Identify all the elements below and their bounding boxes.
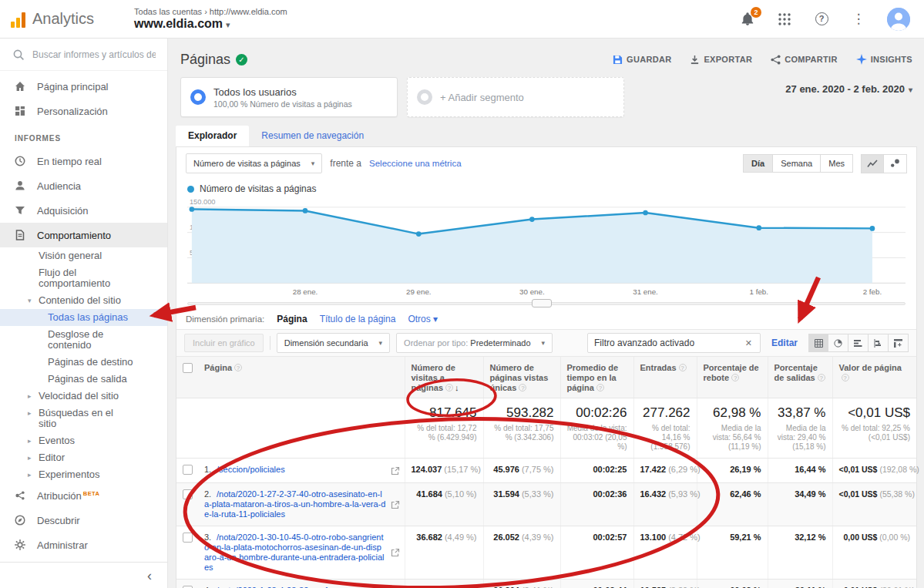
view-percentage-button[interactable] — [828, 334, 848, 352]
table-row: 2./nota/2020-1-27-2-37-40-otro-asesinato… — [176, 483, 916, 526]
sidebar-item-site-search[interactable]: ▸ Búsquedas en el sitio — [0, 405, 167, 432]
select-all-checkbox[interactable] — [183, 363, 193, 373]
help-icon[interactable]: ? — [813, 11, 830, 28]
col-header-page-value[interactable]: Valor de página? — [832, 357, 916, 398]
tab-navigation-summary[interactable]: Resumen de navegación — [249, 126, 376, 146]
external-link-icon[interactable] — [391, 500, 400, 509]
analytics-logo-icon[interactable] — [11, 11, 25, 28]
col-header-page[interactable]: Página? — [198, 357, 405, 398]
advanced-filter-chip[interactable]: Filtro avanzado activado ✕ — [587, 333, 761, 353]
granularity-month[interactable]: Mes — [821, 154, 853, 173]
share-icon — [771, 55, 781, 65]
tab-explorer[interactable]: Explorador — [176, 126, 249, 146]
sidebar-item-exit-pages[interactable]: Páginas de salida — [0, 371, 167, 388]
external-link-icon[interactable] — [391, 548, 400, 557]
view-comparison-button[interactable] — [869, 334, 889, 352]
table-header-row: Página? Número de visitas a páginas?↓ Nú… — [176, 357, 916, 398]
sidebar-item-publisher[interactable]: ▸ Editor — [0, 449, 167, 466]
col-header-avg-time[interactable]: Promedio de tiempo en la página? — [560, 357, 633, 398]
view-pivot-button[interactable] — [889, 334, 909, 352]
sidebar-item-discover[interactable]: Descubrir — [0, 508, 167, 533]
dimension-page-title[interactable]: Título de la página — [320, 314, 396, 324]
sidebar-item-all-pages[interactable]: Todas las páginas — [0, 309, 167, 326]
sidebar-item-behavior[interactable]: Comportamiento — [0, 223, 167, 247]
sidebar-item-customization[interactable]: Personalización — [0, 99, 167, 123]
sidebar-item-landing-pages[interactable]: Páginas de destino — [0, 354, 167, 371]
col-header-entrances[interactable]: Entradas? — [633, 357, 697, 398]
date-range-selector[interactable]: 27 ene. 2020 - 2 feb. 2020▾ — [785, 83, 912, 95]
sidebar-item-content-drilldown[interactable]: Desglose de contenido — [0, 326, 167, 354]
granularity-day[interactable]: Día — [743, 154, 773, 173]
more-options-icon[interactable]: ⋮ — [850, 11, 867, 28]
view-table-button[interactable] — [808, 334, 828, 352]
scrollbar-handle[interactable] — [532, 299, 552, 307]
line-chart-toggle[interactable] — [861, 154, 884, 173]
apps-grid-icon[interactable] — [776, 11, 793, 28]
select-metric-link[interactable]: Seleccione una métrica — [369, 159, 462, 168]
add-segment-button[interactable]: + Añadir segmento — [407, 77, 624, 117]
svg-text:29 ene.: 29 ene. — [406, 287, 432, 296]
row-checkbox[interactable] — [183, 533, 193, 543]
sidebar-item-events[interactable]: ▸ Eventos — [0, 432, 167, 449]
tree-collapsed-icon: ▸ — [28, 435, 37, 446]
insights-button[interactable]: INSIGHTS — [856, 54, 912, 65]
col-header-pageviews[interactable]: Número de visitas a páginas?↓ — [405, 357, 483, 398]
plot-rows-button[interactable]: Incluir en gráfico — [184, 334, 264, 352]
external-link-icon[interactable] — [391, 466, 400, 475]
search-input[interactable] — [32, 49, 156, 60]
help-icon: ? — [842, 374, 849, 381]
row-checkbox[interactable] — [183, 489, 193, 499]
close-icon[interactable]: ✕ — [744, 337, 754, 350]
sidebar-item-attribution[interactable]: AtribuciónBETA — [0, 483, 167, 508]
metric-selector-dropdown[interactable]: Número de visitas a páginas ▾ — [186, 153, 322, 173]
sidebar-item-home[interactable]: Página principal — [0, 74, 167, 99]
sidebar-item-admin[interactable]: Administrar — [0, 533, 167, 557]
dimension-page[interactable]: Página — [277, 314, 307, 324]
sidebar-collapse[interactable]: ‹ — [0, 562, 167, 588]
sidebar-item-experiments[interactable]: ▸ Experimentos — [0, 466, 167, 483]
sidebar-item-behavior-flow[interactable]: Flujo del comportamiento — [0, 264, 167, 292]
sidebar-item-site-speed[interactable]: ▸ Velocidad del sitio — [0, 388, 167, 405]
sidebar-item-site-content[interactable]: ▾ Contenido del sitio — [0, 292, 167, 309]
svg-text:28 ene.: 28 ene. — [293, 287, 318, 296]
page-title: Páginas — [180, 52, 230, 68]
edit-filter-link[interactable]: Editar — [771, 338, 798, 348]
pie-view-icon — [834, 339, 842, 348]
tree-collapsed-icon: ▸ — [28, 469, 37, 480]
row-checkbox[interactable] — [183, 465, 193, 475]
export-button[interactable]: EXPORTAR — [690, 55, 752, 65]
page-link[interactable]: /nota/2020-1-30-10-45-0-otro-robo-sangri… — [204, 533, 385, 572]
page-link[interactable]: /nota/2020-1-27-2-37-40-otro-asesinato-e… — [204, 489, 385, 519]
col-header-bounce[interactable]: Porcentaje de rebote? — [697, 357, 768, 398]
dimension-others[interactable]: Otros ▾ — [408, 314, 438, 324]
sort-type-dropdown[interactable]: Ordenar por tipo: Predeterminado ▾ — [396, 333, 553, 353]
svg-text:1 feb.: 1 feb. — [750, 287, 768, 296]
motion-chart-toggle[interactable] — [884, 154, 907, 173]
notifications-bell-icon[interactable]: 2 — [739, 11, 756, 28]
granularity-week[interactable]: Semana — [773, 154, 821, 173]
sidebar-item-realtime[interactable]: En tiempo real — [0, 149, 167, 173]
chevron-down-icon: ▾ — [226, 20, 230, 29]
share-button[interactable]: COMPARTIR — [771, 55, 838, 65]
view-performance-button[interactable] — [848, 334, 869, 352]
home-icon — [14, 80, 26, 92]
sidebar-item-behavior-overview[interactable]: Visión general — [0, 247, 167, 264]
main-content: Páginas ✓ GUARDAR EXPORTAR COMPARTIR INS… — [168, 39, 924, 588]
tree-collapsed-icon: ▸ — [28, 408, 37, 418]
sidebar-item-audience[interactable]: Audiencia — [0, 173, 167, 198]
property-selector[interactable]: www.eldia.com▾ — [134, 17, 287, 31]
total-pageviews: 817.645 — [412, 405, 477, 421]
page-link[interactable]: /seccion/policiales — [217, 465, 285, 474]
line-chart[interactable]: 50.000100.000150.00028 ene.29 ene.30 ene… — [176, 197, 916, 298]
secondary-dimension-dropdown[interactable]: Dimensión secundaria ▾ — [277, 333, 390, 353]
sidebar: Página principal Personalización INFORME… — [0, 39, 168, 588]
avatar[interactable] — [887, 8, 910, 31]
save-button[interactable]: GUARDAR — [613, 55, 671, 65]
table-view-icon — [815, 339, 823, 348]
sidebar-item-acquisition[interactable]: Adquisición — [0, 198, 167, 223]
col-header-exit[interactable]: Porcentaje de salidas? — [768, 357, 832, 398]
col-header-unique-pageviews[interactable]: Número de páginas vistas únicas? — [483, 357, 560, 398]
chart-zoom-scrollbar[interactable] — [187, 298, 906, 309]
chevron-down-icon: ▾ — [311, 160, 315, 167]
segment-all-users[interactable]: Todos los usuarios 100,00 % Número de vi… — [180, 77, 398, 117]
